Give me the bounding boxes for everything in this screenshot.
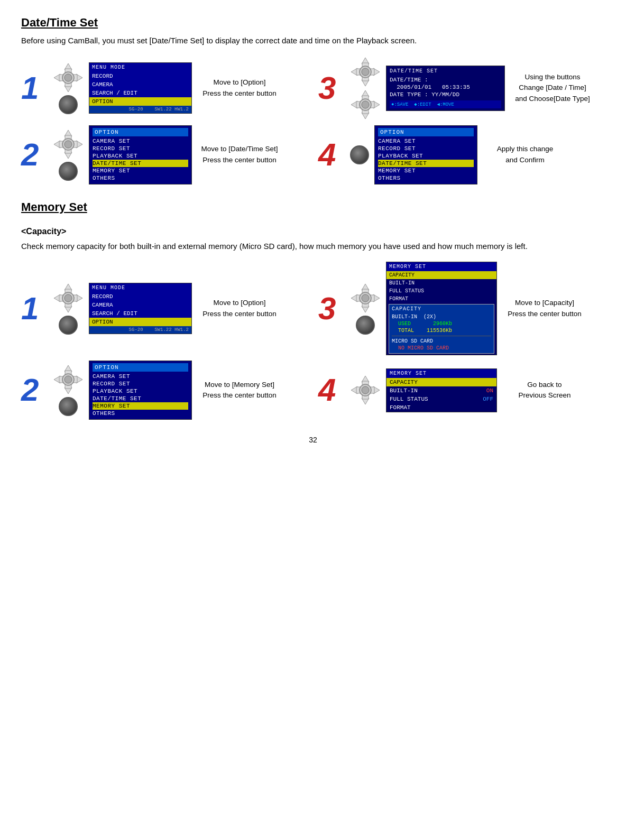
datetime-section-title: Date/Time Set bbox=[21, 16, 605, 30]
screen-row: DATE/TIME : bbox=[390, 76, 501, 84]
screen-row: PLAYBACK SET bbox=[378, 152, 474, 160]
screen-row: RECORD SET bbox=[378, 145, 474, 152]
step4-controls bbox=[350, 145, 369, 164]
screen-row: DATE/TIME SET bbox=[93, 395, 188, 402]
datetime-step-4: 4 OPTION CAMERA SET RECORD SET PLAYBACK … bbox=[318, 125, 605, 184]
step-m3-controls bbox=[350, 283, 381, 335]
screen-row: BUILT-IN bbox=[386, 279, 496, 287]
center-button bbox=[59, 316, 78, 335]
memory-step-3: 3 MEMORY SET CAPACITY BUILT-IN FULL STAT… bbox=[318, 262, 605, 355]
step-m3-screen: MEMORY SET CAPACITY BUILT-IN FULL STATUS… bbox=[386, 262, 497, 355]
step-number-m3: 3 bbox=[318, 293, 345, 325]
step-number-m1: 1 bbox=[21, 293, 48, 325]
screen-title: MEMORY SET bbox=[386, 262, 496, 271]
screen-footer: ●:SAVE ◆:EDIT ◀:MOVE bbox=[390, 100, 501, 108]
dpad-icon bbox=[53, 62, 84, 93]
popup-row: TOTAL 115536Kb bbox=[392, 327, 491, 334]
step2-caption: Move to [Date/Time Set] Press the center… bbox=[197, 144, 282, 165]
popup-row: USED 2960Kb bbox=[392, 320, 491, 327]
screen-title: DATE/TIME SET bbox=[390, 68, 501, 74]
datetime-step-1: 1 MENU MODE RECORD CAMERA SEARCH / EDIT … bbox=[21, 57, 308, 120]
step-number-m2: 2 bbox=[21, 374, 48, 406]
screen-row: RECORD bbox=[89, 292, 191, 301]
dpad-icon bbox=[350, 283, 381, 313]
memory-steps-grid: 1 MENU MODE RECORD CAMERA SEARCH / EDIT … bbox=[21, 262, 605, 420]
screen-row: PLAYBACK SET bbox=[93, 152, 188, 160]
dpad-icon bbox=[53, 283, 84, 313]
step1-screen: MENU MODE RECORD CAMERA SEARCH / EDIT OP… bbox=[89, 62, 192, 114]
step2-controls bbox=[53, 129, 84, 181]
capacity-desc: Check memory capacity for both built-in … bbox=[21, 241, 605, 253]
dpad-icon bbox=[53, 129, 84, 160]
datetime-step-3: 3 DATE/TIME SET DATE/TIME : 2005/01/01 0… bbox=[318, 57, 605, 120]
step-number-m4: 4 bbox=[318, 374, 345, 406]
screen-row: RECORD SET bbox=[93, 380, 188, 387]
screen-row: BUILT-INON bbox=[386, 386, 496, 395]
screen-row: CAMERA bbox=[89, 301, 191, 309]
dpad-icon-2 bbox=[350, 89, 381, 120]
step-m2-screen: OPTION CAMERA SET RECORD SET PLAYBACK SE… bbox=[89, 361, 192, 420]
memory-step-1: 1 MENU MODE RECORD CAMERA SEARCH / EDIT … bbox=[21, 262, 308, 355]
step-m3-caption: Move to [Capacity] Press the center butt… bbox=[502, 298, 587, 319]
screen-row: FULL STATUS bbox=[386, 287, 496, 295]
screen-row: RECORD bbox=[89, 72, 191, 80]
step-number-1: 1 bbox=[21, 72, 48, 104]
step-number-4: 4 bbox=[318, 139, 345, 171]
screen-title: MEMORY SET bbox=[386, 369, 496, 378]
step-m4-controls bbox=[350, 375, 381, 405]
capacity-title: <Capacity> bbox=[21, 227, 605, 236]
screen-row: OTHERS bbox=[378, 174, 474, 182]
step1-controls bbox=[53, 62, 84, 114]
screen-footer: SG-20 SW1.22 HW1.2 bbox=[89, 326, 191, 334]
screen-row: SEARCH / EDIT bbox=[89, 89, 191, 97]
move-label: ◀:MOVE bbox=[437, 102, 454, 107]
screen-row-highlight: OPTION bbox=[89, 97, 191, 106]
screen-row-highlight: MEMORY SET bbox=[93, 402, 188, 410]
step2-screen: OPTION CAMERA SET RECORD SET PLAYBACK SE… bbox=[89, 125, 192, 184]
screen-title: OPTION bbox=[378, 128, 474, 136]
screen-row: CAMERA bbox=[89, 80, 191, 89]
screen-row-highlight: CAPACITY bbox=[386, 378, 496, 386]
screen-row-highlight: OPTION bbox=[89, 318, 191, 326]
screen-row: PLAYBACK SET bbox=[93, 387, 188, 395]
screen-row: 2005/01/01 05:33:35 bbox=[390, 84, 501, 91]
datetime-intro: Before using CamBall, you must set [Date… bbox=[21, 35, 605, 47]
screen-title: OPTION bbox=[93, 128, 188, 136]
screen-footer: SG-20 SW1.22 HW1.2 bbox=[89, 106, 191, 113]
screen-row: FORMAT bbox=[386, 295, 496, 303]
page-number: 32 bbox=[21, 436, 605, 444]
save-label: ●:SAVE bbox=[391, 102, 408, 107]
center-button bbox=[59, 95, 78, 114]
popup-row: BUILT-IN (2X) bbox=[392, 313, 491, 320]
screen-row: RECORD SET bbox=[93, 145, 188, 152]
screen-row: FULL STATUSOFF bbox=[386, 395, 496, 403]
center-button bbox=[356, 316, 375, 335]
screen-row: MEMORY SET bbox=[378, 167, 474, 174]
step-number-2: 2 bbox=[21, 139, 48, 171]
screen-title: MENU MODE bbox=[89, 63, 191, 72]
edit-label: ◆:EDIT bbox=[414, 102, 431, 107]
screen-row: CAMERA SET bbox=[93, 373, 188, 380]
screen-row: OTHERS bbox=[93, 410, 188, 417]
dpad-icon bbox=[53, 364, 84, 395]
screen-row: SEARCH / EDIT bbox=[89, 309, 191, 318]
screen-title: MENU MODE bbox=[89, 283, 191, 292]
screen-row-highlight: DATE/TIME SET bbox=[93, 160, 188, 167]
center-button bbox=[59, 397, 78, 416]
datetime-step-2: 2 OPTION CAMERA SET RECORD SET PLAYBACK … bbox=[21, 125, 308, 184]
popup-title: CAPACITY bbox=[392, 306, 491, 312]
step3-controls bbox=[350, 57, 381, 120]
step-m1-controls bbox=[53, 283, 84, 335]
step-m4-screen: MEMORY SET CAPACITY BUILT-INON FULL STAT… bbox=[386, 368, 497, 412]
screen-row-highlight: DATE/TIME SET bbox=[378, 160, 474, 167]
screen-row: FORMAT bbox=[386, 403, 496, 412]
step3-caption: Using the buttons Change [Date / Time] a… bbox=[510, 72, 595, 104]
screen-row: CAMERA SET bbox=[378, 137, 474, 145]
popup-row: NO MICRO SD CARD bbox=[392, 345, 491, 352]
memory-step-4: 4 MEMORY SET CAPACITY BUILT-INON FULL ST… bbox=[318, 361, 605, 420]
step-m2-caption: Move to [Memory Set] Press the center bu… bbox=[197, 380, 282, 401]
capacity-popup: CAPACITY BUILT-IN (2X) USED 2960Kb TOTAL… bbox=[389, 304, 494, 354]
step4-screen: OPTION CAMERA SET RECORD SET PLAYBACK SE… bbox=[374, 125, 477, 184]
step-m4-caption: Go back to Previous Screen bbox=[502, 380, 587, 401]
step-number-3: 3 bbox=[318, 72, 345, 104]
